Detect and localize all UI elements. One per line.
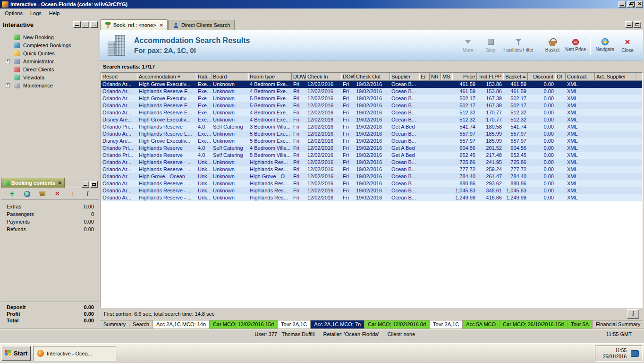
table-row[interactable]: Orlando Ar...Highlands Reserve - ...Unk.… bbox=[101, 159, 642, 166]
column-header-discount[interactable]: Discount bbox=[528, 73, 555, 81]
menu-item-help[interactable]: Help bbox=[45, 9, 64, 17]
table-row[interactable]: Orlando Ar...High Grove - Ocean -...Unk.… bbox=[101, 173, 642, 180]
tab-close-icon[interactable]: × bbox=[160, 22, 163, 28]
table-row[interactable]: Orlando Ar...Highlands Reserve E...Exe..… bbox=[101, 130, 642, 138]
column-header-act-supplier[interactable]: Act. Supplier bbox=[595, 73, 636, 81]
sidebar-item-viewdata[interactable]: Viewdata bbox=[1, 73, 99, 81]
table-row[interactable]: Orlando Pri...Highlands Reserve4.0Self C… bbox=[101, 145, 642, 152]
sidebar-item-maintenance[interactable]: +Maintenance bbox=[1, 81, 99, 89]
globe-button[interactable] bbox=[23, 190, 32, 198]
booking-contents-close-icon[interactable]: × bbox=[58, 180, 61, 186]
basket-add-button[interactable] bbox=[38, 190, 47, 198]
table-row[interactable]: Orlando Pri...Highlands Reserve4.0Self C… bbox=[101, 123, 642, 130]
booking-panel-minimize-button[interactable] bbox=[82, 181, 89, 188]
bottom-tab-acc-5a-mco[interactable]: Acc 5A MCO bbox=[463, 320, 500, 328]
menu-item-logs[interactable]: Logs bbox=[26, 9, 45, 17]
column-header-resort[interactable]: Resort bbox=[101, 73, 137, 81]
bottom-tab-tour-2a-1c[interactable]: Tour 2A,1C bbox=[430, 320, 463, 328]
column-header-of[interactable]: Of bbox=[555, 73, 566, 81]
column-header-room-type[interactable]: Room type bbox=[248, 73, 292, 81]
tab-book-ref-none[interactable]: Book. ref.: <none>× bbox=[100, 19, 168, 30]
delete-button[interactable] bbox=[53, 190, 62, 198]
table-cell: Unknown bbox=[212, 116, 248, 123]
table-cell: 0.00 bbox=[528, 194, 555, 201]
navigate-button[interactable]: Navigate bbox=[595, 33, 615, 58]
stop-button[interactable]: Stop bbox=[481, 33, 500, 58]
sidebar-float-right-button[interactable] bbox=[90, 21, 98, 28]
column-header-rati[interactable]: Rati... bbox=[196, 73, 212, 81]
start-button[interactable]: Start bbox=[1, 346, 31, 361]
info-button[interactable] bbox=[627, 309, 639, 319]
expand-icon[interactable]: + bbox=[6, 83, 10, 87]
column-header-accommodation[interactable]: Accommodation bbox=[137, 73, 196, 81]
bottom-tab-car-mco-12-02-2016-15d[interactable]: Car MCO; 12/02/2016 15d bbox=[210, 320, 278, 328]
close-window-button[interactable] bbox=[636, 1, 643, 8]
bottom-tab-car-mco-12-02-2016-8d[interactable]: Car MCO; 12/02/2016 8d bbox=[364, 320, 430, 328]
add-button[interactable] bbox=[8, 190, 17, 198]
table-row[interactable]: Orlando Ar...Highlands Reserve - ...Unk.… bbox=[101, 166, 642, 173]
bottom-tab-financial-summary[interactable]: Financial Summary bbox=[593, 320, 643, 328]
sidebar-item-completed-bookings[interactable]: Completed Bookings bbox=[1, 41, 99, 49]
info-button[interactable] bbox=[83, 190, 93, 198]
bottom-tab-acc-2a-1c-mco-7n[interactable]: Acc 2A,1C MCO; 7n bbox=[311, 320, 364, 328]
booking-panel-maximize-button[interactable] bbox=[90, 181, 98, 188]
table-cell: 19/02/2016 bbox=[355, 109, 390, 116]
menu-item-options[interactable]: Options bbox=[1, 9, 26, 17]
sidebar-float-left-button[interactable] bbox=[82, 21, 89, 28]
column-header-check-out[interactable]: Check Out bbox=[355, 73, 390, 81]
bottom-tab-tour-5a[interactable]: Tour 5A bbox=[568, 320, 593, 328]
table-cell: Orlando Ar... bbox=[101, 166, 137, 173]
column-header-price[interactable]: Price bbox=[452, 73, 477, 81]
main-panel-minimize-button[interactable] bbox=[625, 21, 633, 28]
table-row[interactable]: Orlando Pri...Highlands Reserve4.0Self C… bbox=[101, 152, 642, 159]
bottom-tab-tour-2a-1c[interactable]: Tour 2A,1C bbox=[278, 320, 311, 328]
close-button[interactable]: Close bbox=[618, 33, 637, 58]
column-header-nr[interactable]: NR bbox=[430, 73, 441, 81]
table-row[interactable]: Disney Are...High Grove Executiv...Exe..… bbox=[101, 138, 642, 145]
show-desktop-icon[interactable] bbox=[631, 350, 639, 357]
taskbar-task-interactive-ocea[interactable]: Interactive - Ocea... bbox=[33, 346, 116, 361]
column-header-er[interactable]: Er bbox=[419, 73, 430, 81]
column-header-ms[interactable]: MS bbox=[441, 73, 452, 81]
table-cell: 0.00 bbox=[528, 102, 555, 109]
column-header-dow[interactable]: DOW bbox=[341, 73, 355, 81]
tab-direct-clients-search[interactable]: Direct Clients Search bbox=[168, 20, 235, 30]
sidebar-item-quick-quotes[interactable]: Quick Quotes bbox=[1, 49, 99, 57]
bottom-tab-acc-2a-1c-mco-14n[interactable]: Acc 2A,1C MCO; 14n bbox=[153, 320, 210, 328]
facilities-filter-button[interactable]: Facilities Filter bbox=[503, 33, 534, 58]
table-cell: Ocean B... bbox=[390, 102, 419, 109]
column-header-basket[interactable]: Basket bbox=[503, 73, 528, 81]
basket-button[interactable]: Basket bbox=[542, 33, 562, 58]
bottom-tab-search[interactable]: Search bbox=[129, 320, 153, 328]
table-row[interactable]: Orlando Ar...High Grove Executiv...Exe..… bbox=[101, 81, 642, 88]
table-row[interactable]: Orlando Ar...High Grove Executiv...Exe..… bbox=[101, 95, 642, 102]
column-header-contract[interactable]: Contract bbox=[566, 73, 595, 81]
table-row[interactable]: Orlando Ar...Highlands Reserve E...Exe..… bbox=[101, 109, 642, 116]
table-row[interactable]: Orlando Ar...Highlands Reserve - ...Unk.… bbox=[101, 180, 642, 187]
table-row[interactable]: Orlando Ar...Highlands Reserve - ...Unk.… bbox=[101, 187, 642, 194]
restore-button[interactable] bbox=[627, 1, 635, 8]
bottom-tab-car-mco-26-10-2016-15d[interactable]: Car MCO; 26/10/2016 15d bbox=[500, 320, 568, 328]
main-panel-maximize-button[interactable] bbox=[634, 21, 641, 28]
table-row[interactable]: Orlando Ar...Highlands Reserve E...Exe..… bbox=[101, 88, 642, 95]
column-header-dow[interactable]: DOW bbox=[292, 73, 306, 81]
minimize-button[interactable] bbox=[619, 1, 626, 8]
table-row[interactable]: Orlando Ar...Highlands Reserve - ...Unk.… bbox=[101, 194, 642, 201]
column-header-incl-fl-pp[interactable]: Incl.Fl.PP bbox=[477, 73, 503, 81]
upload-button[interactable] bbox=[68, 190, 77, 198]
expand-icon[interactable]: + bbox=[6, 59, 10, 63]
column-header-supplier[interactable]: Supplier bbox=[390, 73, 419, 81]
bottom-tab-summary[interactable]: Summary bbox=[100, 320, 129, 328]
sidebar-item-administrator[interactable]: +Administrator bbox=[1, 57, 99, 65]
column-header-board[interactable]: Board bbox=[212, 73, 248, 81]
column-header-check-in[interactable]: Check In bbox=[306, 73, 341, 81]
sidebar-item-direct-clients[interactable]: Direct Clients bbox=[1, 65, 99, 73]
nett-price-button[interactable]: Nett Price bbox=[565, 33, 586, 58]
sidebar-collapse-button[interactable] bbox=[73, 21, 81, 28]
table-row[interactable]: Disney Are...High Grove Executiv...Exe..… bbox=[101, 116, 642, 123]
booking-contents-tab[interactable]: Booking contents × bbox=[1, 178, 65, 188]
table-row[interactable]: Orlando Ar...Highlands Reserve E...Exe..… bbox=[101, 102, 642, 109]
sidebar-item-new-booking[interactable]: New Booking bbox=[1, 33, 99, 41]
table-cell bbox=[595, 81, 636, 88]
more-button[interactable]: More bbox=[458, 33, 478, 58]
